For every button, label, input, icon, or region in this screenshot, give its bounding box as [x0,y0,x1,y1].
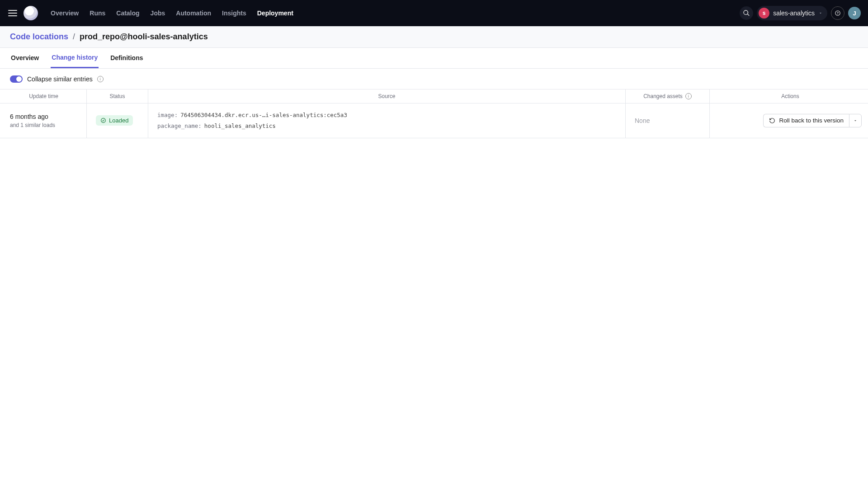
source-image-key: image: [157,110,178,121]
change-history-table: Update time Status Source Changed assets… [0,89,868,138]
cell-actions: Roll back to this version [710,103,868,138]
changed-assets-none: None [635,117,700,124]
search-button[interactable] [740,6,753,20]
page-tabs: OverviewChange historyDefinitions [0,48,868,69]
search-icon [743,9,750,17]
nav-link-insights[interactable]: Insights [217,6,251,20]
cell-changed-assets: None [626,103,710,138]
source-pkg-val: hooli_sales_analytics [204,121,276,131]
col-header-update-time: Update time [0,89,87,103]
nav-link-jobs[interactable]: Jobs [146,6,170,20]
help-button[interactable] [831,6,844,20]
user-avatar[interactable]: J [848,7,861,19]
menu-button[interactable] [5,6,20,20]
table-row: 6 months ago and 1 similar loads Loaded … [0,103,868,138]
caret-down-icon [853,118,858,123]
source-pkg-key: package_name: [157,121,202,131]
top-nav: OverviewRunsCatalogJobsAutomationInsight… [46,6,298,20]
breadcrumb-sep: / [73,32,75,42]
nav-link-catalog[interactable]: Catalog [112,6,144,20]
cell-source: image: 764506304434.dkr.ecr.us-…i-sales-… [148,103,626,138]
collapse-entries-toggle[interactable] [10,75,23,83]
col-header-actions: Actions [710,89,868,103]
controls-row: Collapse similar entries i [0,69,868,89]
info-icon[interactable]: i [97,76,104,82]
collapse-entries-label: Collapse similar entries [27,75,93,83]
nav-link-runs[interactable]: Runs [85,6,110,20]
workspace-selector[interactable]: s sales-analytics [757,6,827,20]
col-header-status: Status [87,89,148,103]
logo-icon [24,6,38,20]
chevron-down-icon [818,11,823,15]
status-badge: Loaded [96,115,133,126]
update-time-main: 6 months ago [10,113,77,120]
check-circle-icon [100,117,106,123]
nav-link-deployment[interactable]: Deployment [253,6,298,20]
rollback-button[interactable]: Roll back to this version [763,114,849,127]
source-image-val: 764506304434.dkr.ecr.us-…i-sales-analyti… [180,110,347,121]
breadcrumb: Code locations / prod_repo@hooli-sales-a… [0,26,868,48]
breadcrumb-current: prod_repo@hooli-sales-analytics [80,32,208,42]
workspace-name: sales-analytics [773,9,815,17]
tab-change-history[interactable]: Change history [51,48,99,68]
workspace-avatar: s [759,8,769,19]
col-header-source: Source [148,89,626,103]
topbar: OverviewRunsCatalogJobsAutomationInsight… [0,0,868,26]
tab-overview[interactable]: Overview [10,48,40,68]
hamburger-icon [8,10,17,16]
history-icon [769,117,775,124]
col-header-changed-assets: Changed assets i [626,89,710,103]
help-icon [835,10,841,16]
cell-status: Loaded [87,103,148,138]
nav-link-automation[interactable]: Automation [171,6,216,20]
update-time-sub: and 1 similar loads [10,122,77,128]
info-icon[interactable]: i [685,93,692,99]
cell-update-time: 6 months ago and 1 similar loads [0,103,87,138]
rollback-caret-button[interactable] [849,114,862,127]
breadcrumb-root-link[interactable]: Code locations [10,32,68,42]
table-header-row: Update time Status Source Changed assets… [0,89,868,103]
tab-definitions[interactable]: Definitions [109,48,144,68]
nav-link-overview[interactable]: Overview [46,6,83,20]
